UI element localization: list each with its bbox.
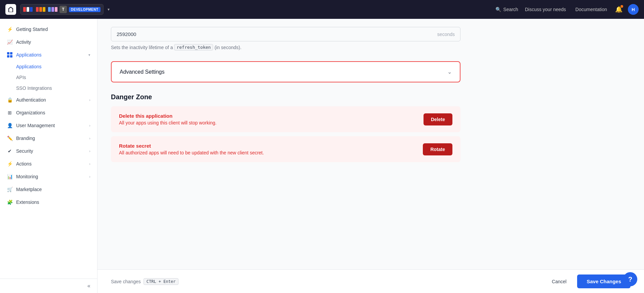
- sidebar-subitem-apis[interactable]: APIs: [16, 72, 97, 83]
- seconds-field-row: seconds Sets the inactivity lifetime of …: [111, 19, 460, 53]
- sidebar-extensions-label: Extensions: [16, 199, 90, 205]
- sidebar-monitoring-label: Monitoring: [16, 174, 86, 179]
- bar-chart-icon: 📊: [7, 174, 13, 180]
- lock-icon: 🔒: [7, 97, 13, 103]
- sidebar-user-management-label: User Management: [16, 123, 86, 128]
- notifications-bell[interactable]: 🔔: [614, 4, 624, 14]
- layout: ⚡ Getting Started 📈 Activity Application…: [0, 19, 644, 293]
- puzzle-icon: 🧩: [7, 199, 13, 205]
- refresh-token-code: refresh_token: [174, 44, 213, 50]
- documentation-link[interactable]: Documentation: [573, 5, 610, 13]
- apps-icon: [7, 52, 13, 58]
- delete-button[interactable]: Delete: [424, 113, 452, 125]
- danger-zone-section: Danger Zone Delete this application All …: [111, 93, 460, 162]
- sidebar-item-security[interactable]: ✔ Security ›: [0, 145, 97, 157]
- sidebar-applications-label: Applications: [16, 52, 85, 58]
- hint-text: Sets the inactivity lifetime of a: [111, 45, 173, 50]
- security-chevron-icon: ›: [89, 149, 90, 153]
- sidebar-activity-label: Activity: [16, 39, 90, 45]
- sidebar-actions-label: Actions: [16, 161, 86, 167]
- store-icon: 🛒: [7, 186, 13, 192]
- seconds-hint: Sets the inactivity lifetime of a refres…: [111, 44, 460, 50]
- advanced-settings-header[interactable]: Advanced Settings ⌄: [112, 62, 460, 82]
- sidebar-getting-started-label: Getting Started: [16, 27, 90, 32]
- seconds-unit-label: seconds: [432, 28, 460, 41]
- sidebar-item-extensions[interactable]: 🧩 Extensions: [0, 196, 97, 209]
- delete-card-title: Delete this application: [119, 113, 216, 119]
- svg-rect-0: [7, 52, 9, 54]
- hint-suffix: (in seconds).: [214, 45, 241, 50]
- sidebar-subitem-applications[interactable]: Applications: [16, 61, 97, 72]
- sidebar-security-label: Security: [16, 148, 86, 154]
- svg-rect-1: [10, 52, 12, 54]
- sidebar-item-user-management[interactable]: 👤 User Management ›: [0, 119, 97, 132]
- tenant-chevron-icon[interactable]: ▾: [108, 7, 110, 12]
- rotate-card-title: Rotate secret: [119, 143, 264, 149]
- delete-card-text: Delete this application All your apps us…: [119, 113, 216, 125]
- rotate-button[interactable]: Rotate: [423, 143, 452, 155]
- applications-chevron-icon: ▾: [88, 53, 90, 57]
- lightning-icon: ⚡: [7, 161, 13, 167]
- monitoring-chevron-icon: ›: [89, 175, 90, 179]
- seconds-input[interactable]: [111, 27, 432, 41]
- search-button[interactable]: 🔍 Search: [495, 7, 518, 12]
- delete-application-card: Delete this application All your apps us…: [111, 106, 460, 132]
- search-icon: 🔍: [495, 7, 501, 12]
- sidebar: ⚡ Getting Started 📈 Activity Application…: [0, 19, 97, 293]
- bolt-icon: ⚡: [7, 26, 13, 32]
- advanced-settings-box[interactable]: Advanced Settings ⌄: [111, 61, 460, 82]
- rotate-card-description: All authorized apps will need to be upda…: [119, 150, 264, 155]
- sidebar-item-authentication[interactable]: 🔒 Authentication ›: [0, 94, 97, 106]
- sidebar-authentication-label: Authentication: [16, 97, 86, 103]
- save-hint: Save changes CTRL + Enter: [111, 278, 178, 285]
- sidebar-item-actions[interactable]: ⚡ Actions ›: [0, 157, 97, 170]
- svg-rect-3: [10, 55, 12, 58]
- flag-us: [23, 7, 33, 12]
- discuss-link[interactable]: Discuss your needs: [522, 5, 569, 13]
- tenant-selector[interactable]: T DEVELOPMENT ▾: [20, 4, 110, 15]
- sidebar-item-branding[interactable]: ✏️ Branding ›: [0, 132, 97, 145]
- flag-colors: [36, 7, 45, 12]
- sidebar-organizations-label: Organizations: [16, 110, 90, 115]
- branding-chevron-icon: ›: [89, 136, 90, 140]
- sidebar-collapse-button[interactable]: «: [0, 279, 97, 293]
- save-hint-text: Save changes: [111, 279, 141, 284]
- svg-rect-2: [7, 55, 9, 58]
- advanced-settings-chevron-icon: ⌄: [447, 69, 452, 75]
- logo[interactable]: [5, 4, 16, 15]
- pen-icon: ✏️: [7, 135, 13, 141]
- grid-icon: ⊞: [7, 110, 13, 116]
- topnav: T DEVELOPMENT ▾ 🔍 Search Discuss your ne…: [0, 0, 644, 19]
- main-content: seconds Sets the inactivity lifetime of …: [97, 19, 474, 200]
- sidebar-applications-subitems: Applications APIs SSO Integrations: [0, 61, 97, 94]
- actions-chevron-icon: ›: [89, 162, 90, 166]
- help-button[interactable]: ?: [623, 272, 637, 286]
- user-management-chevron-icon: ›: [89, 123, 90, 127]
- keyboard-shortcut: CTRL + Enter: [144, 278, 179, 285]
- cancel-button[interactable]: Cancel: [545, 276, 573, 288]
- sidebar-item-activity[interactable]: 📈 Activity: [0, 36, 97, 48]
- logo-icon: [7, 6, 14, 13]
- notification-dot: [620, 5, 623, 8]
- sidebar-item-organizations[interactable]: ⊞ Organizations: [0, 106, 97, 119]
- sidebar-item-monitoring[interactable]: 📊 Monitoring ›: [0, 170, 97, 183]
- sidebar-subitem-sso[interactable]: SSO Integrations: [16, 83, 97, 94]
- authentication-chevron-icon: ›: [89, 98, 90, 102]
- search-label: Search: [503, 7, 518, 12]
- sidebar-branding-label: Branding: [16, 136, 86, 141]
- user-icon: 👤: [7, 122, 13, 129]
- collapse-icon: «: [87, 283, 90, 289]
- shield-icon: ✔: [7, 148, 13, 154]
- sidebar-item-getting-started[interactable]: ⚡ Getting Started: [0, 23, 97, 36]
- sidebar-item-applications[interactable]: Applications ▾: [0, 48, 97, 61]
- save-changes-button[interactable]: Save Changes: [577, 274, 631, 288]
- dev-badge: DEVELOPMENT: [69, 7, 100, 12]
- advanced-settings-title: Advanced Settings: [120, 69, 164, 75]
- tenant-box[interactable]: T DEVELOPMENT: [20, 4, 104, 15]
- flag-colors-2: [48, 7, 57, 12]
- user-avatar[interactable]: H: [628, 4, 639, 15]
- rotate-secret-card: Rotate secret All authorized apps will n…: [111, 136, 460, 162]
- delete-card-description: All your apps using this client will sto…: [119, 120, 216, 125]
- sidebar-item-marketplace[interactable]: 🛒 Marketplace: [0, 183, 97, 196]
- sidebar-scroll-area: ⚡ Getting Started 📈 Activity Application…: [0, 19, 97, 279]
